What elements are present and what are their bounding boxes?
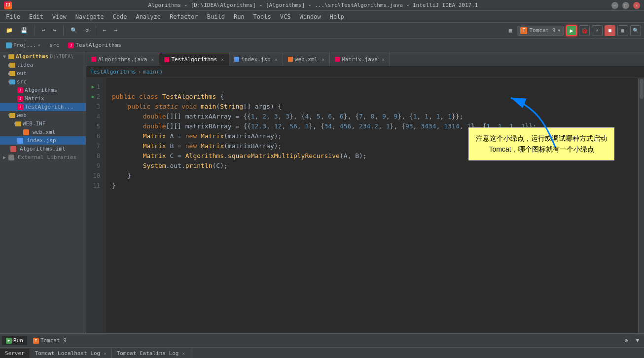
tab-label-testalgorithms: TestAlgorithms (171, 56, 217, 63)
menu-build[interactable]: Build (203, 12, 229, 21)
toolbar-undo-btn[interactable]: ↩ (39, 26, 48, 35)
toolbar-open-btn[interactable]: 📁 (3, 26, 16, 35)
debug-button[interactable]: 🐞 (579, 25, 590, 36)
toolbar-back-btn[interactable]: ← (100, 26, 109, 35)
bottom-minimize-btn[interactable]: ▼ (633, 336, 642, 345)
menu-view[interactable]: View (48, 12, 71, 21)
tree-label-testalgorithms: TestAlgorith... (25, 104, 73, 110)
tree-item-idea[interactable]: ▶ .idea (0, 61, 86, 69)
bottom-settings-btn[interactable]: ⚙ (622, 336, 631, 345)
profile-button[interactable]: ⚡ (592, 25, 603, 36)
annotation-box: 注意这个小绿点，运行或调试哪种方式启动Tomcat，哪个图标就有一个小绿点 (468, 127, 614, 160)
tree-item-web[interactable]: ▼ web (0, 111, 86, 119)
run-config-dropdown[interactable]: T Tomcat 9 ▾ (517, 26, 564, 36)
tab-icon-algorithms (91, 57, 96, 62)
menu-window[interactable]: Window (295, 12, 324, 21)
toolbar-save-btn[interactable]: 💾 (18, 26, 31, 35)
folder-icon-webinf (15, 121, 21, 126)
sec-tab-localhost-log[interactable]: Tomcat Localhost Log ✕ (30, 349, 112, 358)
src-tab-label: src (49, 42, 59, 48)
annotation-text: 注意这个小绿点，运行或调试哪种方式启动Tomcat，哪个图标就有一个小绿点 (476, 134, 607, 153)
menu-run[interactable]: Run (230, 12, 249, 21)
tab-label-webxml: web.xml (295, 56, 318, 63)
menu-help[interactable]: Help (326, 12, 348, 21)
scrollbar-thumb[interactable] (640, 79, 644, 99)
folder-icon-web (9, 113, 15, 118)
close-tab-matrixjava[interactable]: ✕ (382, 57, 385, 62)
menu-edit[interactable]: Edit (25, 12, 47, 21)
project-tab-proj[interactable]: Proj... ▾ (2, 40, 44, 50)
tree-item-algorithmsiml[interactable]: Algorithms.iml (0, 145, 86, 153)
tree-item-algorithms-java[interactable]: J Algorithms (0, 86, 86, 94)
tree-item-src[interactable]: ▼ src (0, 78, 86, 86)
sec-tab-catalina-log[interactable]: Tomcat Catalina Log ✕ (112, 349, 190, 358)
menu-code[interactable]: Code (109, 12, 131, 21)
close-catalina-log[interactable]: ✕ (182, 351, 184, 356)
tree-item-testalgorithms[interactable]: J TestAlgorith... (0, 103, 86, 111)
code-editor[interactable]: ▶ 1 ▶ 2 3 4 5 6 7 8 9 (86, 78, 644, 333)
tab-label-indexjsp: index.jsp (241, 56, 271, 63)
toolbar-separator-3 (96, 26, 96, 36)
file-tab-algorithms[interactable]: Algorithms.java ✕ (86, 53, 159, 66)
close-tab-testalgorithms[interactable]: ✕ (221, 57, 224, 62)
minimize-button[interactable]: ─ (611, 2, 618, 9)
tomcat-tab-icon: T (33, 338, 39, 344)
tree-item-algorithms-root[interactable]: ▼ Algorithms D:\IDEA\ (0, 52, 86, 61)
project-tab-testalgorithms[interactable]: J TestAlgorithms (64, 40, 125, 50)
file-tab-indexjsp[interactable]: index.jsp ✕ (229, 53, 283, 66)
menu-navigate[interactable]: Navigate (72, 12, 108, 21)
code-content[interactable]: public class TestAlgorithms { public sta… (106, 78, 644, 333)
menu-tools[interactable]: Tools (250, 12, 275, 21)
tab-label-algorithms: Algorithms.java (98, 56, 147, 63)
breadcrumb-main[interactable]: main() (143, 69, 163, 75)
close-localhost-log[interactable]: ✕ (104, 351, 106, 356)
tree-item-matrix-java[interactable]: J Matrix (0, 94, 86, 103)
toolbar-search-btn[interactable]: 🔍 (68, 26, 80, 35)
sec-tab-server[interactable]: Server (0, 349, 30, 358)
file-tab-webxml[interactable]: web.xml ✕ (283, 53, 330, 66)
editor-scrollbar[interactable] (638, 78, 644, 333)
tree-label-algorithms-java: Algorithms (25, 87, 57, 93)
menu-vcs[interactable]: VCS (276, 12, 295, 21)
file-tab-matrixjava[interactable]: Matrix.java ✕ (330, 53, 390, 66)
java-icon-testalgorithms: J (17, 104, 23, 110)
tree-item-indexjsp[interactable]: index.jsp (0, 136, 86, 145)
close-button[interactable]: ✕ (633, 2, 640, 9)
java-icon-matrix: J (17, 96, 23, 102)
java-icon-algorithms: J (17, 87, 23, 93)
tree-item-webinf[interactable]: ▼ WEB-INF (0, 119, 86, 128)
bottom-tab-tomcat[interactable]: T Tomcat 9 (29, 336, 71, 345)
tab-icon-matrixjava (335, 57, 340, 62)
tree-item-webxml[interactable]: web.xml (0, 128, 86, 136)
close-tab-algorithms[interactable]: ✕ (151, 57, 154, 62)
tree-label-webxml: web.xml (33, 129, 55, 135)
breadcrumb-separator: › (138, 69, 142, 75)
project-tab-src[interactable]: src (45, 40, 63, 50)
tree-arrow-idea: ▶ (2, 62, 8, 68)
menu-file[interactable]: File (2, 12, 24, 21)
toolbar-forward-btn[interactable]: → (111, 26, 121, 35)
jsp-icon-index (17, 138, 23, 144)
toolbar-project-label: ▦ (509, 27, 512, 34)
toolbar-settings-btn[interactable]: ⚙ (82, 26, 92, 35)
folder-icon (8, 54, 14, 59)
tree-item-external-libraries[interactable]: ▶ External Libraries (0, 153, 86, 161)
menu-refactor[interactable]: Refactor (166, 12, 202, 21)
menu-analyze[interactable]: Analyze (132, 12, 165, 21)
tree-item-out[interactable]: ▶ out (0, 69, 86, 78)
coverage-button[interactable]: ▦ (617, 25, 628, 36)
toolbar-redo-btn[interactable]: ↪ (50, 26, 60, 35)
run-controls: ▦ T Tomcat 9 ▾ ▶ 🐞 ⚡ ■ ▦ 🔍 (509, 25, 641, 36)
run-button[interactable]: ▶ (566, 25, 577, 36)
bottom-tab-run[interactable]: ▶ Run (2, 336, 27, 345)
close-tab-webxml[interactable]: ✕ (322, 57, 324, 62)
file-tab-testalgorithms[interactable]: TestAlgorithms ✕ (159, 53, 229, 66)
breadcrumb-testalgorithms[interactable]: TestAlgorithms (90, 69, 136, 75)
maximize-button[interactable]: □ (622, 2, 629, 9)
stop-button[interactable]: ■ (605, 25, 615, 36)
config-name: Tomcat 9 (529, 27, 555, 34)
tree-arrow-ext: ▶ (2, 155, 7, 160)
toolbar-separator-2 (63, 26, 64, 36)
search-everywhere-button[interactable]: 🔍 (630, 25, 641, 36)
close-tab-indexjsp[interactable]: ✕ (275, 57, 278, 62)
